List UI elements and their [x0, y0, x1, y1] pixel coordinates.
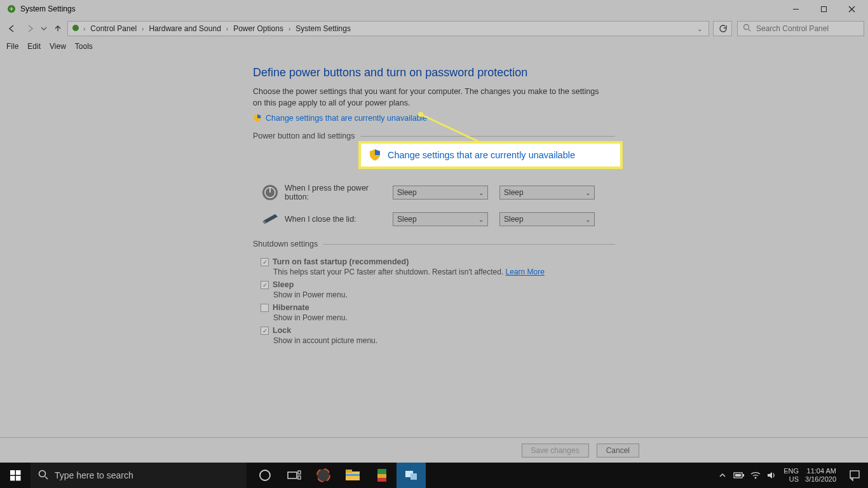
menu-bar: File Edit View Tools [0, 39, 868, 53]
breadcrumb-segment[interactable]: Power Options [231, 24, 286, 33]
back-button[interactable] [4, 20, 20, 37]
wifi-icon[interactable] [750, 470, 761, 480]
fast-startup-checkbox[interactable] [261, 258, 269, 266]
svg-line-7 [749, 29, 750, 31]
sleep-checkbox[interactable] [261, 281, 269, 289]
svg-rect-16 [16, 476, 21, 481]
file-explorer-icon[interactable] [338, 463, 367, 488]
callout-text: Change settings that are currently unava… [388, 150, 575, 160]
chevron-down-icon: ⌄ [585, 189, 590, 196]
volume-icon[interactable] [767, 470, 777, 480]
lid-row: When I close the lid: Sleep⌄ Sleep⌄ [261, 209, 868, 229]
title-bar: System Settings [0, 0, 868, 18]
svg-rect-28 [377, 469, 386, 474]
lid-battery-dropdown[interactable]: Sleep⌄ [393, 212, 488, 226]
change-settings-link[interactable]: Change settings that are currently unava… [266, 114, 427, 123]
sleep-label: Sleep [273, 280, 294, 289]
taskbar: Type here to search ENG US 11:04 AM 3/16… [0, 463, 868, 488]
svg-rect-26 [346, 470, 352, 473]
taskbar-search-placeholder: Type here to search [55, 470, 133, 480]
hibernate-checkbox[interactable] [261, 304, 269, 312]
svg-rect-15 [10, 476, 15, 481]
svg-rect-2 [821, 6, 826, 11]
chevron-right-icon: › [140, 25, 145, 32]
section-power-buttons: Power button and lid settings [253, 132, 615, 140]
laptop-icon [261, 210, 280, 229]
bottom-bar: Save changes Cancel [0, 437, 868, 463]
admin-link-row: Change settings that are currently unava… [253, 114, 868, 123]
breadcrumb-segment[interactable]: System Settings [293, 24, 353, 33]
svg-rect-34 [743, 474, 744, 477]
power-icon [261, 183, 280, 202]
app-icon [6, 4, 17, 14]
fast-startup-desc: This helps start your PC faster after sh… [273, 268, 506, 276]
forward-button[interactable] [22, 20, 38, 37]
breadcrumb-segment[interactable]: Control Panel [88, 24, 139, 33]
taskbar-app-2[interactable] [367, 463, 397, 488]
svg-point-36 [755, 477, 757, 479]
page-heading: Define power buttons and turn on passwor… [253, 66, 868, 79]
sleep-item: Sleep Show in Power menu. [261, 280, 868, 299]
action-center-icon[interactable] [841, 463, 868, 488]
cancel-button[interactable]: Cancel [597, 444, 639, 458]
recent-locations-button[interactable] [39, 20, 48, 37]
search-icon [38, 470, 48, 482]
search-placeholder: Search Control Panel [756, 24, 829, 33]
battery-icon[interactable] [734, 470, 744, 480]
maximize-button[interactable] [810, 0, 837, 18]
nav-bar: › Control Panel › Hardware and Sound › P… [0, 18, 868, 39]
menu-edit[interactable]: Edit [27, 42, 41, 51]
svg-rect-22 [298, 476, 301, 479]
refresh-button[interactable] [713, 21, 732, 36]
task-view-icon[interactable] [280, 463, 309, 488]
svg-rect-13 [10, 470, 15, 475]
shield-icon [369, 149, 381, 161]
close-button[interactable] [837, 0, 865, 18]
chevron-down-icon: ⌄ [478, 216, 484, 223]
hibernate-label: Hibernate [273, 303, 309, 312]
svg-rect-21 [298, 471, 301, 474]
svg-point-17 [39, 470, 46, 477]
svg-rect-35 [735, 474, 741, 477]
tray-overflow-icon[interactable] [717, 470, 728, 480]
power-button-plugged-dropdown[interactable]: Sleep⌄ [499, 186, 595, 200]
chevron-down-icon[interactable]: ⌄ [693, 25, 706, 32]
clock[interactable]: 11:04 AM 3/16/2020 [805, 467, 836, 484]
svg-rect-30 [377, 478, 386, 482]
svg-rect-32 [410, 473, 417, 480]
power-button-battery-dropdown[interactable]: Sleep⌄ [393, 186, 488, 200]
lock-desc: Show in account picture menu. [273, 336, 868, 345]
taskbar-app-3[interactable] [397, 463, 426, 488]
chevron-down-icon: ⌄ [478, 189, 484, 196]
svg-point-5 [72, 25, 79, 31]
cortana-icon[interactable] [250, 463, 280, 488]
content-area: Define power buttons and turn on passwor… [0, 53, 868, 450]
system-tray: ENG US 11:04 AM 3/16/2020 [712, 467, 841, 484]
lock-label: Lock [273, 326, 291, 335]
save-button[interactable]: Save changes [522, 444, 589, 458]
window-controls [782, 0, 865, 18]
minimize-button[interactable] [782, 0, 810, 18]
breadcrumb-segment[interactable]: Hardware and Sound [146, 24, 223, 33]
svg-point-19 [260, 470, 270, 480]
lock-item: Lock Show in account picture menu. [261, 326, 868, 345]
start-button[interactable] [0, 463, 31, 488]
menu-tools[interactable]: Tools [75, 42, 93, 51]
breadcrumb[interactable]: › Control Panel › Hardware and Sound › P… [67, 21, 709, 36]
taskbar-search[interactable]: Type here to search [31, 463, 247, 488]
chevron-right-icon: › [82, 25, 86, 32]
hibernate-desc: Show in Power menu. [273, 313, 868, 322]
lid-label: When I close the lid: [285, 215, 393, 224]
taskbar-app-1[interactable] [309, 463, 338, 488]
search-input[interactable]: Search Control Panel [737, 21, 864, 36]
lid-plugged-dropdown[interactable]: Sleep⌄ [499, 212, 595, 226]
chevron-down-icon: ⌄ [585, 216, 590, 223]
language-indicator[interactable]: ENG US [783, 467, 799, 484]
lock-checkbox[interactable] [261, 327, 269, 335]
menu-file[interactable]: File [6, 42, 18, 51]
up-button[interactable] [50, 20, 66, 37]
power-button-row: When I press the power button: Sleep⌄ Sl… [261, 182, 868, 203]
learn-more-link[interactable]: Learn More [506, 268, 545, 276]
menu-view[interactable]: View [50, 42, 66, 51]
search-icon [743, 24, 751, 34]
